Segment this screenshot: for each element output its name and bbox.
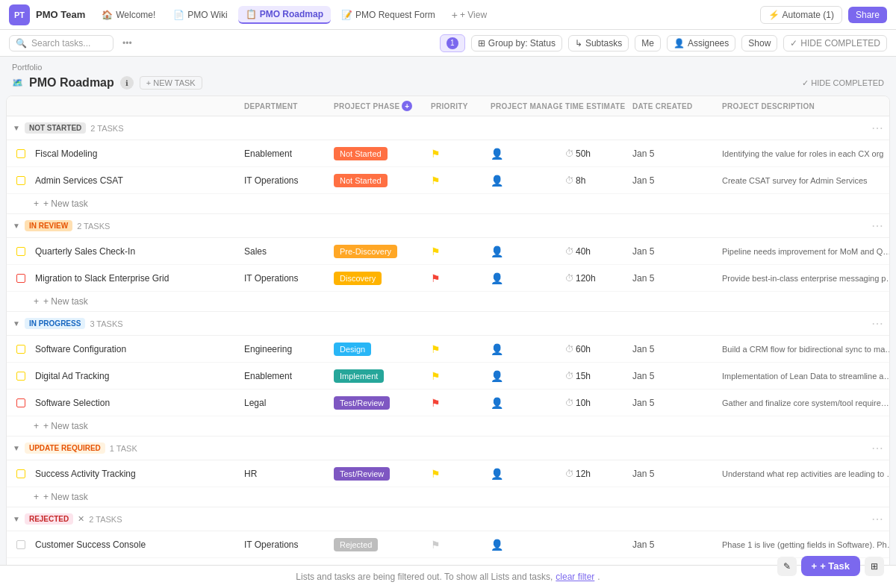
checkbox-icon[interactable]: [16, 540, 25, 549]
task-description: Create CSAT survey for Admin Services: [719, 175, 890, 187]
task-time: ⏱60h: [562, 343, 629, 356]
task-name[interactable]: Fiscal Modeling: [32, 147, 241, 160]
section-not-started-options[interactable]: ⋯: [871, 121, 883, 135]
group-by-button[interactable]: ⊞ Group by: Status: [471, 35, 562, 51]
add-task-update-required[interactable]: + + New task: [7, 487, 889, 507]
task-description: Understand what rep activities are leadi…: [719, 468, 890, 480]
fab-task-button[interactable]: + + Task: [801, 556, 860, 576]
hide-completed-button[interactable]: ✓ HIDE COMPLETED: [783, 35, 887, 51]
checkbox-icon[interactable]: [16, 274, 25, 283]
task-name[interactable]: Success Activity Tracking: [32, 467, 241, 481]
row-checkbox[interactable]: [10, 539, 32, 551]
tab-welcome[interactable]: 🏠 Welcome!: [94, 7, 163, 23]
section-rejected-header[interactable]: ▼ REJECTED ✕ 2 TASKS ⋯: [7, 507, 889, 531]
row-checkbox[interactable]: [10, 468, 32, 480]
row-checkbox[interactable]: [10, 272, 32, 284]
search-placeholder: Search tasks...: [31, 38, 90, 49]
task-description: Implementation of Lean Data to streamlin…: [719, 370, 890, 382]
fab-grid-button[interactable]: ⊞: [865, 557, 884, 576]
clear-filter-link[interactable]: clear filter: [556, 572, 594, 582]
add-task-in-progress[interactable]: + + New task: [7, 416, 889, 437]
me-button[interactable]: Me: [635, 35, 661, 51]
tab-request[interactable]: 📝 PMO Request Form: [334, 7, 443, 23]
tab-roadmap[interactable]: 📋 PMO Roadmap: [238, 6, 331, 24]
row-checkbox[interactable]: [10, 148, 32, 160]
task-time: ⏱40h: [562, 245, 629, 258]
task-department: Engineering: [241, 343, 331, 356]
task-department: IT Operations: [241, 174, 331, 187]
subtasks-icon: ↳: [575, 38, 582, 49]
task-phase: Not Started: [331, 172, 428, 189]
task-phase: Not Started: [331, 146, 428, 162]
share-button[interactable]: Share: [848, 7, 887, 23]
checkbox-icon[interactable]: [16, 372, 25, 381]
row-checkbox[interactable]: [10, 175, 32, 187]
task-department: Enablement: [241, 369, 331, 383]
section-in-progress-header[interactable]: ▼ IN PROGRESS 3 TASKS ⋯: [7, 312, 889, 336]
task-priority: ⚑: [428, 537, 488, 552]
col-department-header: DEPARTMENT: [241, 101, 331, 112]
fab-plus-icon: +: [812, 560, 818, 572]
task-name[interactable]: Software Configuration: [32, 343, 241, 356]
row-checkbox[interactable]: [10, 245, 32, 257]
task-pm: 👤: [488, 173, 562, 188]
hide-completed-header-button[interactable]: ✓ HIDE COMPLETED: [802, 78, 884, 88]
task-name[interactable]: Software Selection: [32, 396, 241, 410]
task-name[interactable]: Customer Success Console: [32, 538, 241, 551]
priority-flag-icon: ⚑: [431, 397, 441, 409]
task-pm: 👤: [488, 466, 562, 481]
section-not-started-header[interactable]: ▼ NOT STARTED 2 TASKS ⋯: [7, 116, 889, 140]
add-task-plus-icon: +: [34, 296, 39, 307]
section-update-required-header[interactable]: ▼ UPDATE REQUIRED 1 TASK ⋯: [7, 437, 889, 460]
checkbox-icon[interactable]: [16, 247, 25, 256]
me-label: Me: [641, 38, 654, 49]
checkbox-icon[interactable]: [16, 398, 25, 407]
section-in-review-header[interactable]: ▼ IN REVIEW 2 TASKS ⋯: [7, 214, 889, 238]
share-label: Share: [856, 10, 880, 20]
tab-wiki[interactable]: 📄 PMO Wiki: [166, 7, 234, 23]
row-checkbox[interactable]: [10, 370, 32, 382]
section-rejected-badge: REJECTED: [25, 513, 73, 525]
filter-button[interactable]: 1: [440, 34, 465, 52]
checkbox-icon[interactable]: [16, 176, 25, 185]
task-priority: ⚑: [428, 369, 488, 384]
task-date: Jan 5: [629, 369, 719, 383]
assignees-button[interactable]: 👤 Assignees: [667, 35, 735, 51]
subtasks-button[interactable]: ↳ Subtasks: [568, 35, 629, 51]
row-checkbox[interactable]: [10, 397, 32, 409]
task-name[interactable]: Admin Services CSAT: [32, 174, 241, 187]
bottom-bar-text: Lists and tasks are being filtered out. …: [296, 572, 553, 582]
table-row: Success Activity Tracking HR Test/Review…: [7, 460, 889, 487]
add-view-button[interactable]: + + View: [446, 6, 493, 24]
section-update-required-options[interactable]: ⋯: [871, 441, 883, 455]
tab-roadmap-label: PMO Roadmap: [260, 9, 323, 19]
checkbox-icon[interactable]: [16, 469, 25, 478]
task-department: Sales: [241, 245, 331, 258]
pm-avatar-icon: 👤: [491, 272, 503, 284]
add-task-in-review[interactable]: + + New task: [7, 292, 889, 312]
show-button[interactable]: Show: [741, 35, 777, 51]
row-checkbox[interactable]: [10, 343, 32, 355]
task-pm: 👤: [488, 271, 562, 286]
task-time: ⏱15h: [562, 369, 629, 383]
new-task-button[interactable]: + NEW TASK: [140, 76, 202, 90]
section-rejected-options[interactable]: ⋯: [871, 512, 883, 526]
toolbar-more-button[interactable]: •••: [119, 37, 135, 50]
roadmap-info-badge: ℹ: [120, 76, 134, 90]
section-in-progress-options[interactable]: ⋯: [871, 316, 883, 331]
section-in-progress: ▼ IN PROGRESS 3 TASKS ⋯ Software Configu…: [7, 312, 889, 437]
search-box[interactable]: 🔍 Search tasks...: [9, 35, 113, 51]
checkbox-icon[interactable]: [16, 149, 25, 158]
section-in-review-options[interactable]: ⋯: [871, 219, 883, 233]
fab-edit-button[interactable]: ✎: [777, 557, 797, 576]
checkbox-icon[interactable]: [16, 345, 25, 354]
task-name[interactable]: Quarterly Sales Check-In: [32, 245, 241, 258]
add-task-not-started[interactable]: + + New task: [7, 194, 889, 214]
phase-add-icon[interactable]: +: [402, 101, 412, 111]
task-name[interactable]: Migration to Slack Enterprise Grid: [32, 272, 241, 285]
toolbar: 🔍 Search tasks... ••• 1 ⊞ Group by: Stat…: [0, 30, 896, 57]
task-priority: ⚑: [428, 342, 488, 357]
automate-button[interactable]: ⚡ Automate (1): [760, 6, 842, 24]
col-date-header: DATE CREATED: [629, 101, 719, 112]
task-name[interactable]: Digital Ad Tracking: [32, 369, 241, 383]
